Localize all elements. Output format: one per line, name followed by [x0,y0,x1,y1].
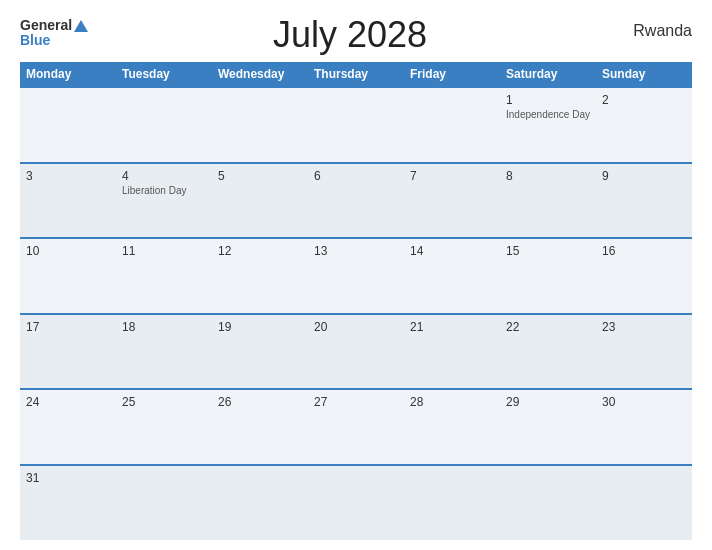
calendar-cell: 28 [404,389,500,465]
day-number: 19 [218,320,302,334]
calendar-cell: 23 [596,314,692,390]
day-number: 22 [506,320,590,334]
calendar-cell: 6 [308,163,404,239]
calendar-page: General Blue July 2028 Rwanda Monday Tue… [0,0,712,550]
calendar-cell: 15 [500,238,596,314]
day-number: 27 [314,395,398,409]
calendar-cell: 21 [404,314,500,390]
calendar-cell: 26 [212,389,308,465]
day-number: 2 [602,93,686,107]
header-thursday: Thursday [308,62,404,87]
day-number: 8 [506,169,590,183]
calendar-cell: 5 [212,163,308,239]
calendar-cell: 16 [596,238,692,314]
calendar-cell [212,87,308,163]
day-number: 23 [602,320,686,334]
day-number: 10 [26,244,110,258]
calendar-cell: 25 [116,389,212,465]
day-number: 14 [410,244,494,258]
calendar-table: Monday Tuesday Wednesday Thursday Friday… [20,62,692,540]
day-number: 12 [218,244,302,258]
day-number: 24 [26,395,110,409]
calendar-cell: 8 [500,163,596,239]
calendar-cell [404,87,500,163]
header-friday: Friday [404,62,500,87]
calendar-cell [20,87,116,163]
logo-general-text: General [20,18,72,33]
calendar-cell [308,465,404,541]
calendar-cell [116,465,212,541]
day-number: 13 [314,244,398,258]
holiday-label: Liberation Day [122,185,206,196]
day-number: 15 [506,244,590,258]
holiday-label: Independence Day [506,109,590,120]
day-number: 28 [410,395,494,409]
calendar-week-row: 31 [20,465,692,541]
calendar-cell [404,465,500,541]
day-number: 29 [506,395,590,409]
day-number: 18 [122,320,206,334]
header-tuesday: Tuesday [116,62,212,87]
calendar-cell: 30 [596,389,692,465]
logo-triangle-icon [74,20,88,32]
day-number: 3 [26,169,110,183]
calendar-cell: 1Independence Day [500,87,596,163]
country-label: Rwanda [612,22,692,40]
day-number: 20 [314,320,398,334]
calendar-week-row: 1Independence Day2 [20,87,692,163]
calendar-cell: 20 [308,314,404,390]
day-number: 26 [218,395,302,409]
day-number: 21 [410,320,494,334]
day-number: 31 [26,471,110,485]
calendar-cell: 18 [116,314,212,390]
header-saturday: Saturday [500,62,596,87]
calendar-cell [500,465,596,541]
calendar-cell [308,87,404,163]
calendar-cell: 14 [404,238,500,314]
calendar-cell [212,465,308,541]
day-number: 6 [314,169,398,183]
calendar-cell [116,87,212,163]
calendar-cell: 2 [596,87,692,163]
weekday-header-row: Monday Tuesday Wednesday Thursday Friday… [20,62,692,87]
calendar-cell: 29 [500,389,596,465]
day-number: 16 [602,244,686,258]
calendar-week-row: 24252627282930 [20,389,692,465]
calendar-cell [596,465,692,541]
calendar-cell: 31 [20,465,116,541]
logo: General Blue [20,18,88,49]
day-number: 17 [26,320,110,334]
calendar-title: July 2028 [88,14,612,56]
calendar-cell: 10 [20,238,116,314]
header-wednesday: Wednesday [212,62,308,87]
calendar-cell: 12 [212,238,308,314]
calendar-cell: 4Liberation Day [116,163,212,239]
calendar-cell: 7 [404,163,500,239]
calendar-cell: 3 [20,163,116,239]
calendar-cell: 22 [500,314,596,390]
day-number: 9 [602,169,686,183]
calendar-cell: 17 [20,314,116,390]
calendar-week-row: 34Liberation Day56789 [20,163,692,239]
calendar-cell: 24 [20,389,116,465]
day-number: 7 [410,169,494,183]
calendar-week-row: 17181920212223 [20,314,692,390]
day-number: 1 [506,93,590,107]
header-sunday: Sunday [596,62,692,87]
calendar-cell: 19 [212,314,308,390]
calendar-cell: 13 [308,238,404,314]
calendar-header: General Blue July 2028 Rwanda [20,18,692,56]
calendar-week-row: 10111213141516 [20,238,692,314]
day-number: 11 [122,244,206,258]
header-monday: Monday [20,62,116,87]
day-number: 30 [602,395,686,409]
logo-blue-text: Blue [20,33,88,48]
day-number: 4 [122,169,206,183]
day-number: 25 [122,395,206,409]
day-number: 5 [218,169,302,183]
calendar-cell: 27 [308,389,404,465]
calendar-cell: 11 [116,238,212,314]
calendar-cell: 9 [596,163,692,239]
title-area: July 2028 [88,18,612,56]
